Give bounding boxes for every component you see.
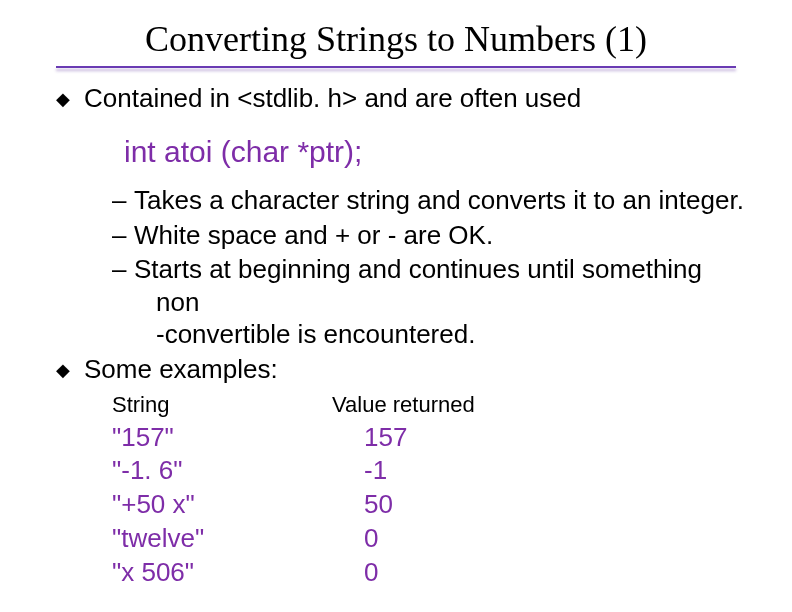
table-row: "+50 x" 50 xyxy=(112,488,746,522)
bullet-text-1: Contained in <stdlib. h> and are often u… xyxy=(84,82,746,115)
sub-text-2: White space and + or - are OK. xyxy=(134,219,746,252)
table-row: "twelve" 0 xyxy=(112,522,746,556)
slide-title: Converting Strings to Numbers (1) xyxy=(0,18,792,60)
table-row: "157" 157 xyxy=(112,421,746,455)
col-header-string: String xyxy=(112,391,332,419)
cell-string: "twelve" xyxy=(112,522,332,556)
slide: Converting Strings to Numbers (1) ◆ Cont… xyxy=(0,0,792,612)
dash-icon: – xyxy=(112,253,134,286)
sub-item-1: – Takes a character string and converts … xyxy=(112,184,746,217)
cell-value: 50 xyxy=(332,488,584,522)
sub-text-3b: -convertible is encountered. xyxy=(156,319,475,349)
dash-icon: – xyxy=(112,219,134,252)
code-signature: int atoi (char *ptr); xyxy=(124,133,746,171)
table-row: "x 506" 0 xyxy=(112,556,746,590)
cell-value: 0 xyxy=(332,522,584,556)
bullet-dot-icon: ◆ xyxy=(56,88,70,111)
cell-string: "-1. 6" xyxy=(112,454,332,488)
sub-text-3a: Starts at beginning and continues until … xyxy=(134,254,702,317)
col-header-value: Value returned xyxy=(332,391,552,419)
slide-body: ◆ Contained in <stdlib. h> and are often… xyxy=(56,80,746,589)
sub-bullet-list: – Takes a character string and converts … xyxy=(112,184,746,351)
bullet-text-2: Some examples: xyxy=(84,353,746,386)
table-header-row: String Value returned xyxy=(112,391,746,419)
sub-item-2: – White space and + or - are OK. xyxy=(112,219,746,252)
table-row: "-1. 6" -1 xyxy=(112,454,746,488)
cell-value: -1 xyxy=(332,454,584,488)
sub-text-1: Takes a character string and converts it… xyxy=(134,184,746,217)
bullet-item-1: ◆ Contained in <stdlib. h> and are often… xyxy=(56,82,746,115)
dash-icon: – xyxy=(112,184,134,217)
cell-string: "+50 x" xyxy=(112,488,332,522)
bullet-item-2: ◆ Some examples: xyxy=(56,353,746,386)
sub-item-3: – Starts at beginning and continues unti… xyxy=(112,253,746,351)
cell-value: 157 xyxy=(332,421,584,455)
table-body: "157" 157 "-1. 6" -1 "+50 x" 50 "twelve"… xyxy=(112,421,746,590)
title-underline xyxy=(56,66,736,68)
cell-string: "x 506" xyxy=(112,556,332,590)
cell-value: 0 xyxy=(332,556,584,590)
sub-text-3: Starts at beginning and continues until … xyxy=(134,253,746,351)
examples-table: String Value returned "157" 157 "-1. 6" … xyxy=(112,391,746,589)
cell-string: "157" xyxy=(112,421,332,455)
bullet-dot-icon: ◆ xyxy=(56,359,70,382)
